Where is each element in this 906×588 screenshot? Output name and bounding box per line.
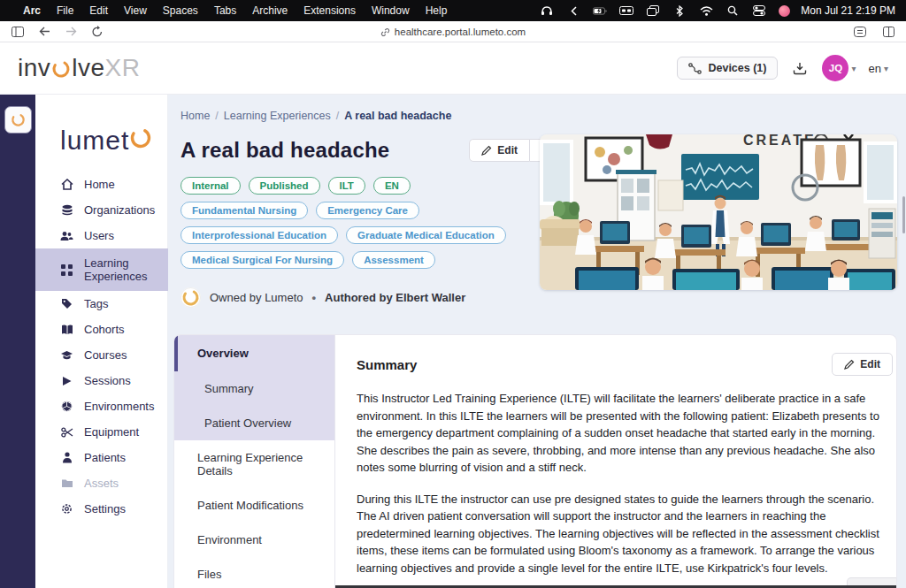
- spotlight-search-icon[interactable]: [726, 4, 740, 17]
- summary-heading: Summary: [357, 357, 417, 372]
- sidebar-item-assets[interactable]: Assets: [35, 470, 167, 496]
- control-center-icon[interactable]: [752, 4, 766, 17]
- users-icon: [60, 231, 73, 241]
- menu-extensions[interactable]: Extensions: [303, 4, 356, 17]
- headphones-icon[interactable]: [540, 4, 554, 17]
- tag-badge: Emergency Care: [316, 202, 419, 219]
- sidebar-item-sessions[interactable]: Sessions: [35, 368, 167, 393]
- overview-group: Overview Summary Patient Overview: [174, 335, 334, 440]
- menu-spaces[interactable]: Spaces: [163, 4, 198, 17]
- edit-button[interactable]: Edit: [469, 139, 530, 162]
- breadcrumb-separator: /: [336, 110, 339, 122]
- menubar-clock[interactable]: Mon Jul 21 2:19 PM: [801, 4, 895, 17]
- sidebar-item-label: Users: [84, 229, 114, 242]
- folder-icon: [60, 478, 73, 488]
- sidebar-item-courses[interactable]: Courses: [35, 342, 167, 368]
- macos-menubar: Arc File Edit View Spaces Tabs Archive E…: [0, 0, 906, 21]
- sidebar-item-cohorts[interactable]: Cohorts: [35, 317, 167, 342]
- menu-help[interactable]: Help: [426, 4, 448, 17]
- sidebar: lumet Home Organizations Users Learning …: [35, 95, 168, 588]
- reader-mode-icon[interactable]: [851, 24, 869, 40]
- sidebar-item-learning-experiences[interactable]: Learning Experiences: [35, 248, 168, 291]
- logo-text: inv: [18, 54, 50, 82]
- org-switcher-button[interactable]: [4, 106, 32, 134]
- split-view-icon[interactable]: [879, 24, 897, 40]
- battery-icon[interactable]: [593, 4, 607, 17]
- menu-edit[interactable]: Edit: [89, 4, 108, 17]
- menu-file[interactable]: File: [57, 4, 73, 17]
- section-nav-overview[interactable]: Overview: [174, 335, 334, 371]
- logo-o-icon: [51, 57, 71, 79]
- link-icon: [380, 27, 390, 37]
- pencil-icon: [844, 359, 855, 370]
- section-nav: Overview Summary Patient Overview Learni…: [174, 335, 335, 588]
- forward-icon[interactable]: [62, 24, 80, 40]
- menu-view[interactable]: View: [124, 4, 147, 17]
- sidebar-item-equipment[interactable]: Equipment: [35, 419, 167, 445]
- hero-image: CREATE: [540, 134, 897, 290]
- sidebar-item-tags[interactable]: Tags: [35, 291, 167, 317]
- language-selector[interactable]: en ▾: [869, 62, 889, 75]
- logo-text-xr: XR: [105, 54, 141, 82]
- pencil-icon: [481, 145, 492, 156]
- status-badge: Published: [249, 177, 320, 195]
- display-icon[interactable]: [619, 4, 633, 17]
- lumeto-org-icon: [10, 111, 27, 128]
- tag-badge: Graduate Medical Education: [346, 226, 506, 244]
- scrollbar-thumb[interactable]: [902, 196, 905, 233]
- section-nav-files[interactable]: Files: [174, 557, 334, 588]
- sidebar-nav: Home Organizations Users Learning Experi…: [35, 172, 167, 522]
- partially-visible-button: [847, 577, 897, 585]
- lumeto-logo-o-icon: [129, 125, 152, 149]
- menu-archive[interactable]: Archive: [252, 4, 288, 17]
- avatar[interactable]: JQ: [822, 55, 848, 81]
- download-icon[interactable]: [790, 58, 810, 78]
- status-badge: Internal: [180, 177, 241, 195]
- authored-by-text: Authored by Elbert Waller: [325, 291, 465, 304]
- user-menu[interactable]: JQ ▾: [822, 55, 856, 81]
- back-icon[interactable]: [35, 24, 53, 40]
- breadcrumb-learning-experiences[interactable]: Learning Experiences: [224, 110, 331, 122]
- breadcrumb-separator: /: [215, 110, 218, 122]
- screen-mirroring-icon[interactable]: [646, 4, 660, 17]
- learning-experiences-icon: [60, 264, 73, 276]
- menu-window[interactable]: Window: [372, 4, 410, 17]
- section-nav-summary[interactable]: Summary: [174, 371, 334, 406]
- devices-button[interactable]: Devices (1): [677, 57, 778, 80]
- edit-label: Edit: [860, 358, 880, 370]
- refresh-icon[interactable]: [88, 24, 106, 40]
- bluetooth-icon[interactable]: [672, 4, 687, 17]
- sidebar-item-organizations[interactable]: Organizations: [35, 197, 167, 223]
- menu-tabs[interactable]: Tabs: [214, 4, 236, 17]
- lumeto-logo-text: lumet: [60, 126, 129, 156]
- section-nav-learning-experience-details[interactable]: Learning Experience Details: [174, 440, 334, 488]
- section-nav-environment[interactable]: Environment: [174, 523, 334, 557]
- sidebar-item-label: Environments: [84, 400, 154, 413]
- screen: Arc File Edit View Spaces Tabs Archive E…: [0, 0, 906, 588]
- wifi-icon[interactable]: [699, 4, 713, 17]
- sidebar-item-settings[interactable]: Settings: [35, 496, 167, 522]
- url-text: healthcare.portal.lumeto.com: [395, 27, 526, 37]
- sidebar-item-users[interactable]: Users: [35, 223, 167, 248]
- browser-toolbar: healthcare.portal.lumeto.com: [0, 21, 906, 42]
- tag-badge: Fundamental Nursing: [180, 202, 308, 219]
- sidebar-toggle-icon[interactable]: [9, 24, 27, 40]
- app-status-icon[interactable]: [779, 5, 790, 17]
- sidebar-item-label: Sessions: [84, 374, 131, 387]
- sidebar-item-home[interactable]: Home: [35, 172, 167, 197]
- section-nav-patient-modifications[interactable]: Patient Modifications: [174, 488, 334, 523]
- org-rail: [0, 95, 35, 588]
- breadcrumb-home[interactable]: Home: [180, 110, 210, 122]
- owner-avatar: [180, 287, 201, 308]
- section-nav-patient-overview[interactable]: Patient Overview: [174, 406, 334, 440]
- language-label: en: [869, 62, 881, 75]
- summary-section: Summary Edit This Instructor Led Trainin…: [335, 335, 897, 588]
- sidebar-item-patients[interactable]: Patients: [35, 445, 167, 470]
- breadcrumb: Home / Learning Experiences / A real bad…: [180, 110, 906, 122]
- chevron-left-icon[interactable]: [566, 4, 580, 17]
- menu-arc[interactable]: Arc: [23, 4, 41, 17]
- sidebar-item-environments[interactable]: Environments: [35, 393, 167, 419]
- owner-separator: •: [312, 291, 317, 304]
- summary-edit-button[interactable]: Edit: [832, 353, 893, 376]
- address-bar[interactable]: healthcare.portal.lumeto.com: [380, 27, 526, 37]
